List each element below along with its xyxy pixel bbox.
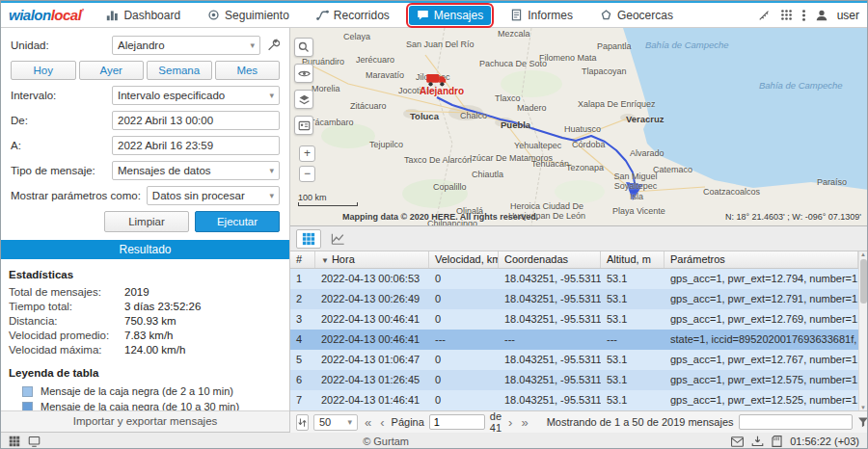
chevron-down-icon: ▾ xyxy=(269,166,274,175)
wialon-logo[interactable]: wialonlocalʼ xyxy=(9,7,83,23)
nav-label: Geocercas xyxy=(617,9,673,22)
filter-funnel-icon[interactable] xyxy=(857,416,868,428)
messages-icon xyxy=(417,9,429,21)
message-cell: gps_acc=1, pwr_ext=12.769, number=1, mil… xyxy=(665,309,858,330)
unit-select[interactable]: Alejandro▾ xyxy=(112,36,260,55)
message-type-select[interactable]: Mensajes de datos▾ xyxy=(112,161,280,180)
column-altitud[interactable]: Altitud, m xyxy=(601,251,665,268)
message-row-7[interactable]: 72022-04-13 01:46:41018.043251, -95.5311… xyxy=(290,390,858,410)
jump-to-time-icon[interactable] xyxy=(296,414,309,431)
status-bar: © Gurtam 01:56:22 (+03) xyxy=(1,432,867,449)
wrench-icon[interactable] xyxy=(266,39,280,52)
apps-grid-icon[interactable] xyxy=(780,9,793,21)
nav-tab-geofences[interactable]: Geocercas xyxy=(592,6,681,25)
chart-view-tab[interactable] xyxy=(325,229,350,249)
nav-tab-tracking[interactable]: Seguimiento xyxy=(200,6,297,25)
nav-tab-messages[interactable]: Mensajes xyxy=(409,6,491,25)
nav-tab-dashboard[interactable]: Dashboard xyxy=(98,6,188,25)
table-scrollbar[interactable]: ▲ ▼ xyxy=(858,251,867,410)
map-search-icon[interactable] xyxy=(294,38,313,57)
message-row-4[interactable]: 42022-04-13 00:46:41---------state=1, ic… xyxy=(290,330,858,350)
interval-select[interactable]: Intervalo especificado▾ xyxy=(112,86,280,105)
column-velocidad[interactable]: Velocidad, km/h xyxy=(429,251,499,268)
bottom-apps-grid-icon[interactable] xyxy=(9,436,20,447)
message-row-5[interactable]: 52022-04-13 01:06:47018.043251, -95.5311… xyxy=(290,350,858,370)
message-cell: 18.043251, -95.531111 xyxy=(499,350,601,370)
ruler-icon[interactable] xyxy=(758,9,772,22)
date-to-input[interactable] xyxy=(112,136,280,155)
bottom-layout-icon[interactable] xyxy=(28,436,41,447)
date-from-input[interactable] xyxy=(112,111,280,130)
filter-input[interactable] xyxy=(739,414,853,430)
nav-tab-reports[interactable]: Informes xyxy=(502,6,581,25)
scroll-up-icon[interactable]: ▲ xyxy=(860,251,866,257)
copyright[interactable]: © Gurtam xyxy=(41,436,731,447)
message-cell: 2022-04-13 00:46:41 xyxy=(315,309,429,330)
message-row-2[interactable]: 22022-04-13 00:26:49018.043251, -95.5311… xyxy=(290,289,858,309)
scroll-down-icon[interactable]: ▼ xyxy=(860,405,866,410)
page-number-input[interactable] xyxy=(429,414,485,430)
stats-list: Total de mensajes:2019Tiempo total:3 día… xyxy=(1,285,289,357)
clear-button[interactable]: Limpiar xyxy=(104,211,189,232)
message-cell: 18.043251, -95.531111 xyxy=(499,370,601,390)
unit-marker-label: Alejandro xyxy=(420,86,454,96)
mail-status-icon[interactable] xyxy=(731,436,744,447)
nav-tab-trips[interactable]: Recorridos xyxy=(309,6,397,25)
stat-row: Velocidad promedio:7.83 km/h xyxy=(1,329,289,343)
zoom-out-button[interactable]: − xyxy=(299,166,315,182)
column-coordenadas[interactable]: Coordenadas xyxy=(499,251,601,268)
message-cell: 3 xyxy=(290,309,315,330)
page-label: Página xyxy=(392,416,424,428)
prev-page-button[interactable]: ‹ xyxy=(378,415,386,430)
map-layers-icon[interactable] xyxy=(294,90,313,109)
unit-marker[interactable]: Alejandro xyxy=(420,73,454,96)
right-column: CelayaSan Juan Del RíoMezcalaPapantlaPur… xyxy=(290,28,867,432)
chevron-down-icon: ▾ xyxy=(250,40,255,50)
top-header: wialonlocalʼ DashboardSeguimientoRecorri… xyxy=(1,1,867,28)
last-page-button[interactable]: » xyxy=(519,415,529,430)
column-number[interactable]: # xyxy=(290,251,315,268)
main-nav: DashboardSeguimientoRecorridosMensajesIn… xyxy=(98,6,681,25)
header-tools: user xyxy=(758,9,859,22)
column-hora[interactable]: ▼Hora xyxy=(315,251,429,268)
user-name[interactable]: user xyxy=(837,9,859,22)
map[interactable]: CelayaSan Juan Del RíoMezcalaPapantlaPur… xyxy=(290,28,868,225)
table-header: # ▼Hora Velocidad, km/h Coordenadas Alti… xyxy=(290,251,858,269)
execute-button[interactable]: Ejecutar xyxy=(195,211,280,232)
zoom-in-button[interactable]: + xyxy=(299,145,315,162)
tracking-icon xyxy=(207,9,220,21)
kebab-menu-icon[interactable] xyxy=(801,9,806,22)
import-status-icon[interactable] xyxy=(751,436,764,447)
map-scale: 100 km xyxy=(298,193,358,206)
next-page-button[interactable]: › xyxy=(506,415,514,430)
quick-range-semana-button[interactable]: Semana xyxy=(147,61,212,80)
first-page-button[interactable]: « xyxy=(363,415,373,430)
message-cell: 5 xyxy=(290,350,315,370)
quick-range-ayer-button[interactable]: Ayer xyxy=(79,61,145,80)
main-area: Unidad: Alejandro▾ HoyAyerSemanaMes Inte… xyxy=(1,28,867,432)
message-row-6[interactable]: 62022-04-13 01:26:45018.043251, -95.5311… xyxy=(290,370,858,390)
quick-range-hoy-button[interactable]: Hoy xyxy=(11,61,76,80)
show-params-select[interactable]: Datos sin procesar▾ xyxy=(147,186,280,205)
nav-label: Informes xyxy=(528,9,573,22)
map-driver-card-icon[interactable] xyxy=(294,116,313,135)
table-view-tab[interactable] xyxy=(296,229,321,249)
message-row-3[interactable]: 32022-04-13 00:46:41018.043251, -95.5311… xyxy=(290,309,858,330)
column-parametros[interactable]: Parámetros xyxy=(665,251,858,268)
page-size-select[interactable]: 50▾ xyxy=(313,414,358,431)
dashboard-icon xyxy=(106,9,119,21)
nav-label: Mensajes xyxy=(434,9,483,22)
import-export-link[interactable]: Importar y exportar mensajes xyxy=(1,410,289,432)
messages-grid-section: # ▼Hora Velocidad, km/h Coordenadas Alti… xyxy=(290,225,867,432)
quick-range-mes-button[interactable]: Mes xyxy=(215,61,281,80)
message-row-1[interactable]: 12022-04-13 00:06:53018.043251, -95.5311… xyxy=(290,269,858,289)
map-visibility-eye-icon[interactable] xyxy=(294,64,313,83)
message-type-label: Tipo de mensaje: xyxy=(11,165,112,176)
showing-range-label: Mostrando de 1 a 50 de 2019 mensajes xyxy=(547,416,734,428)
truck-icon xyxy=(426,73,448,87)
scrollbar-thumb[interactable] xyxy=(860,259,867,304)
stat-label: Tiempo total: xyxy=(9,300,124,314)
storage-card-icon[interactable] xyxy=(772,436,782,447)
user-icon[interactable] xyxy=(815,9,828,22)
show-params-value: Datos sin procesar xyxy=(152,190,266,201)
